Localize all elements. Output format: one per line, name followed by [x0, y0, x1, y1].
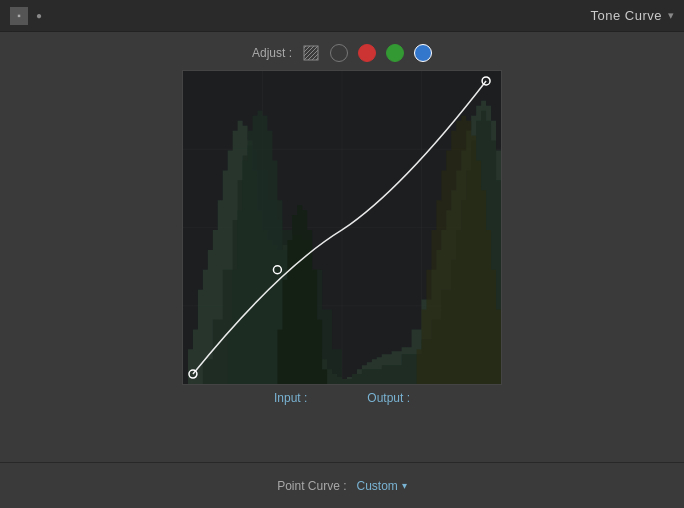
channel-all-button[interactable] [302, 44, 320, 62]
point-curve-dropdown[interactable]: Custom ▾ [357, 479, 407, 493]
svg-point-21 [273, 266, 281, 274]
output-label: Output : [367, 391, 410, 405]
tone-curve-line [183, 71, 501, 384]
panel-header: ▪ ● Tone Curve ▾ [0, 0, 684, 32]
channel-luminosity-button[interactable] [330, 44, 348, 62]
panel-icon: ▪ [10, 7, 28, 25]
channel-blue-button[interactable] [414, 44, 432, 62]
io-labels: Input : Output : [12, 391, 672, 405]
panel-body: Adjust : [0, 32, 684, 405]
panel-title-area: Tone Curve ▾ [591, 8, 674, 23]
tone-curve-graph[interactable] [182, 70, 502, 385]
point-curve-label: Point Curve : [277, 479, 346, 493]
channel-green-button[interactable] [386, 44, 404, 62]
input-label: Input : [274, 391, 307, 405]
dropdown-arrow-icon: ▾ [402, 480, 407, 491]
header-left: ▪ ● [10, 7, 42, 25]
channel-red-button[interactable] [358, 44, 376, 62]
adjust-row: Adjust : [12, 44, 672, 62]
adjust-label: Adjust : [252, 46, 292, 60]
panel-dropdown-arrow[interactable]: ▾ [668, 9, 674, 22]
custom-value: Custom [357, 479, 398, 493]
panel-icon-symbol: ▪ [17, 10, 21, 21]
footer: Point Curve : Custom ▾ [0, 462, 684, 508]
panel-expand-icon[interactable]: ● [36, 10, 42, 21]
svg-line-4 [304, 46, 318, 60]
panel-title: Tone Curve [591, 8, 662, 23]
